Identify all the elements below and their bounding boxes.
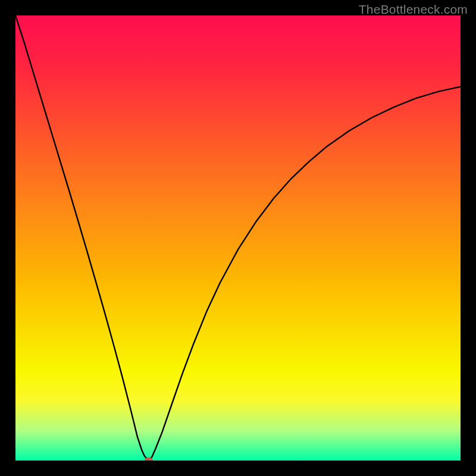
curve-svg [15, 15, 461, 461]
watermark-text: TheBottleneck.com [359, 2, 468, 17]
curve-left [15, 15, 148, 460]
plot-area [15, 15, 461, 461]
chart-frame: TheBottleneck.com [0, 0, 476, 476]
min-marker [145, 458, 153, 461]
curve-right [150, 87, 461, 460]
